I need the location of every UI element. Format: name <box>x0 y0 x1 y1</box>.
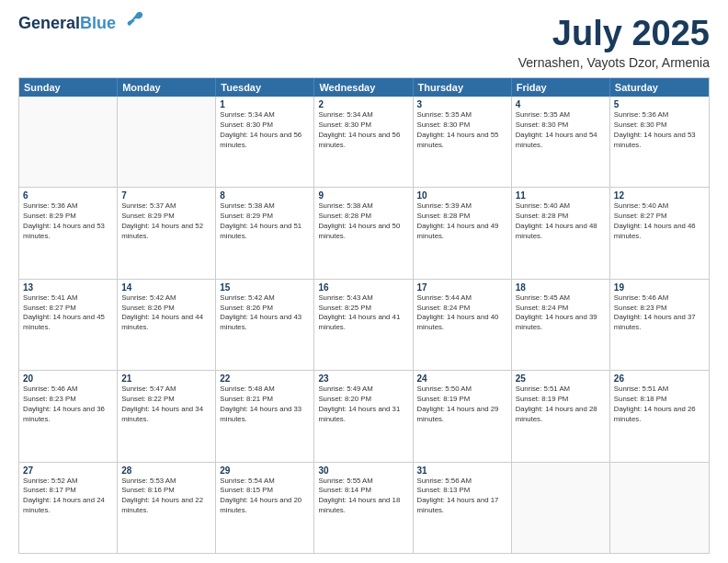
day-number: 10 <box>417 190 507 201</box>
cal-cell-r2-c7: 12Sunrise: 5:40 AM Sunset: 8:27 PM Dayli… <box>610 188 709 278</box>
day-info: Sunrise: 5:55 AM Sunset: 8:14 PM Dayligh… <box>318 477 408 517</box>
day-info: Sunrise: 5:38 AM Sunset: 8:28 PM Dayligh… <box>318 201 408 242</box>
day-number: 6 <box>23 190 113 201</box>
header-wednesday: Wednesday <box>314 78 413 97</box>
calendar-header: Sunday Monday Tuesday Wednesday Thursday… <box>19 78 709 97</box>
day-number: 31 <box>417 465 507 476</box>
day-number: 3 <box>417 99 507 109</box>
cal-cell-r2-c2: 7Sunrise: 5:37 AM Sunset: 8:29 PM Daylig… <box>118 188 216 278</box>
day-info: Sunrise: 5:45 AM Sunset: 8:24 PM Dayligh… <box>516 293 606 334</box>
header-saturday: Saturday <box>610 78 709 97</box>
day-info: Sunrise: 5:35 AM Sunset: 8:30 PM Dayligh… <box>417 110 507 151</box>
cal-cell-r3-c7: 19Sunrise: 5:46 AM Sunset: 8:23 PM Dayli… <box>610 280 709 370</box>
day-number: 5 <box>614 99 705 109</box>
cal-cell-r1-c2 <box>118 97 216 187</box>
day-number: 24 <box>417 373 507 384</box>
cal-cell-r1-c4: 2Sunrise: 5:34 AM Sunset: 8:30 PM Daylig… <box>314 97 413 187</box>
day-info: Sunrise: 5:43 AM Sunset: 8:25 PM Dayligh… <box>318 293 408 334</box>
cal-cell-r4-c5: 24Sunrise: 5:50 AM Sunset: 8:19 PM Dayli… <box>414 371 512 461</box>
day-info: Sunrise: 5:48 AM Sunset: 8:21 PM Dayligh… <box>220 385 310 425</box>
cal-cell-r4-c1: 20Sunrise: 5:46 AM Sunset: 8:23 PM Dayli… <box>19 371 118 461</box>
day-info: Sunrise: 5:39 AM Sunset: 8:28 PM Dayligh… <box>417 201 507 242</box>
day-info: Sunrise: 5:42 AM Sunset: 8:26 PM Dayligh… <box>121 293 211 334</box>
cal-cell-r5-c6 <box>512 463 610 553</box>
day-info: Sunrise: 5:40 AM Sunset: 8:28 PM Dayligh… <box>516 201 606 242</box>
day-number: 26 <box>614 373 705 384</box>
cal-cell-r5-c5: 31Sunrise: 5:56 AM Sunset: 8:13 PM Dayli… <box>414 463 512 553</box>
header-monday: Monday <box>118 78 216 97</box>
calendar-row-2: 6Sunrise: 5:36 AM Sunset: 8:29 PM Daylig… <box>19 188 709 279</box>
day-info: Sunrise: 5:37 AM Sunset: 8:29 PM Dayligh… <box>121 201 211 242</box>
day-number: 19 <box>614 282 705 293</box>
calendar-body: 1Sunrise: 5:34 AM Sunset: 8:30 PM Daylig… <box>19 97 709 553</box>
cal-cell-r4-c3: 22Sunrise: 5:48 AM Sunset: 8:21 PM Dayli… <box>216 371 314 461</box>
cal-cell-r2-c4: 9Sunrise: 5:38 AM Sunset: 8:28 PM Daylig… <box>314 188 413 278</box>
day-info: Sunrise: 5:34 AM Sunset: 8:30 PM Dayligh… <box>318 110 408 151</box>
page: GeneralBlue July 2025 Vernashen, Vayots … <box>0 0 728 563</box>
header-thursday: Thursday <box>414 78 512 97</box>
day-number: 30 <box>318 465 408 476</box>
day-number: 8 <box>220 190 310 201</box>
day-number: 23 <box>318 373 408 384</box>
cal-cell-r4-c2: 21Sunrise: 5:47 AM Sunset: 8:22 PM Dayli… <box>118 371 216 461</box>
cal-cell-r1-c7: 5Sunrise: 5:36 AM Sunset: 8:30 PM Daylig… <box>610 97 709 187</box>
header-friday: Friday <box>512 78 610 97</box>
logo: GeneralBlue <box>18 15 144 33</box>
day-info: Sunrise: 5:41 AM Sunset: 8:27 PM Dayligh… <box>23 293 113 334</box>
day-number: 7 <box>121 190 211 201</box>
day-info: Sunrise: 5:40 AM Sunset: 8:27 PM Dayligh… <box>614 201 705 242</box>
day-number: 14 <box>121 282 211 293</box>
header-tuesday: Tuesday <box>216 78 314 97</box>
day-number: 1 <box>220 99 310 109</box>
day-number: 11 <box>516 190 606 201</box>
day-number: 25 <box>516 373 606 384</box>
day-info: Sunrise: 5:46 AM Sunset: 8:23 PM Dayligh… <box>23 385 113 425</box>
header-sunday: Sunday <box>19 78 118 97</box>
calendar-row-4: 20Sunrise: 5:46 AM Sunset: 8:23 PM Dayli… <box>19 371 709 462</box>
day-info: Sunrise: 5:49 AM Sunset: 8:20 PM Dayligh… <box>318 385 408 425</box>
day-number: 17 <box>417 282 507 293</box>
logo-text: GeneralBlue <box>18 15 116 33</box>
cal-cell-r3-c1: 13Sunrise: 5:41 AM Sunset: 8:27 PM Dayli… <box>19 280 118 370</box>
calendar-row-3: 13Sunrise: 5:41 AM Sunset: 8:27 PM Dayli… <box>19 280 709 371</box>
cal-cell-r3-c6: 18Sunrise: 5:45 AM Sunset: 8:24 PM Dayli… <box>512 280 610 370</box>
day-info: Sunrise: 5:36 AM Sunset: 8:29 PM Dayligh… <box>23 201 113 242</box>
day-number: 27 <box>23 465 113 476</box>
cal-cell-r5-c4: 30Sunrise: 5:55 AM Sunset: 8:14 PM Dayli… <box>314 463 413 553</box>
cal-cell-r5-c7 <box>610 463 709 553</box>
header: GeneralBlue July 2025 Vernashen, Vayots … <box>18 15 710 70</box>
cal-cell-r4-c7: 26Sunrise: 5:51 AM Sunset: 8:18 PM Dayli… <box>610 371 709 461</box>
title-block: July 2025 Vernashen, Vayots Dzor, Armeni… <box>518 15 710 70</box>
calendar: Sunday Monday Tuesday Wednesday Thursday… <box>18 77 710 554</box>
day-number: 4 <box>516 99 606 109</box>
calendar-row-1: 1Sunrise: 5:34 AM Sunset: 8:30 PM Daylig… <box>19 97 709 188</box>
cal-cell-r2-c1: 6Sunrise: 5:36 AM Sunset: 8:29 PM Daylig… <box>19 188 118 278</box>
day-info: Sunrise: 5:50 AM Sunset: 8:19 PM Dayligh… <box>417 385 507 425</box>
day-info: Sunrise: 5:34 AM Sunset: 8:30 PM Dayligh… <box>220 110 310 151</box>
day-info: Sunrise: 5:42 AM Sunset: 8:26 PM Dayligh… <box>220 293 310 334</box>
day-info: Sunrise: 5:46 AM Sunset: 8:23 PM Dayligh… <box>614 293 705 334</box>
day-number: 13 <box>23 282 113 293</box>
cal-cell-r3-c3: 15Sunrise: 5:42 AM Sunset: 8:26 PM Dayli… <box>216 280 314 370</box>
day-info: Sunrise: 5:51 AM Sunset: 8:18 PM Dayligh… <box>614 385 705 425</box>
cal-cell-r4-c6: 25Sunrise: 5:51 AM Sunset: 8:19 PM Dayli… <box>512 371 610 461</box>
day-number: 16 <box>318 282 408 293</box>
day-number: 9 <box>318 190 408 201</box>
day-info: Sunrise: 5:54 AM Sunset: 8:15 PM Dayligh… <box>220 477 310 517</box>
day-info: Sunrise: 5:44 AM Sunset: 8:24 PM Dayligh… <box>417 293 507 334</box>
cal-cell-r1-c5: 3Sunrise: 5:35 AM Sunset: 8:30 PM Daylig… <box>414 97 512 187</box>
cal-cell-r2-c3: 8Sunrise: 5:38 AM Sunset: 8:29 PM Daylig… <box>216 188 314 278</box>
day-number: 2 <box>318 99 408 109</box>
day-info: Sunrise: 5:56 AM Sunset: 8:13 PM Dayligh… <box>417 477 507 517</box>
day-number: 28 <box>121 465 211 476</box>
day-info: Sunrise: 5:35 AM Sunset: 8:30 PM Dayligh… <box>516 110 606 151</box>
calendar-row-5: 27Sunrise: 5:52 AM Sunset: 8:17 PM Dayli… <box>19 463 709 553</box>
cal-cell-r4-c4: 23Sunrise: 5:49 AM Sunset: 8:20 PM Dayli… <box>314 371 413 461</box>
cal-cell-r3-c4: 16Sunrise: 5:43 AM Sunset: 8:25 PM Dayli… <box>314 280 413 370</box>
month-title: July 2025 <box>518 15 710 53</box>
day-number: 29 <box>220 465 310 476</box>
day-number: 12 <box>614 190 705 201</box>
cal-cell-r1-c1 <box>19 97 118 187</box>
day-info: Sunrise: 5:53 AM Sunset: 8:16 PM Dayligh… <box>121 477 211 517</box>
cal-cell-r5-c3: 29Sunrise: 5:54 AM Sunset: 8:15 PM Dayli… <box>216 463 314 553</box>
